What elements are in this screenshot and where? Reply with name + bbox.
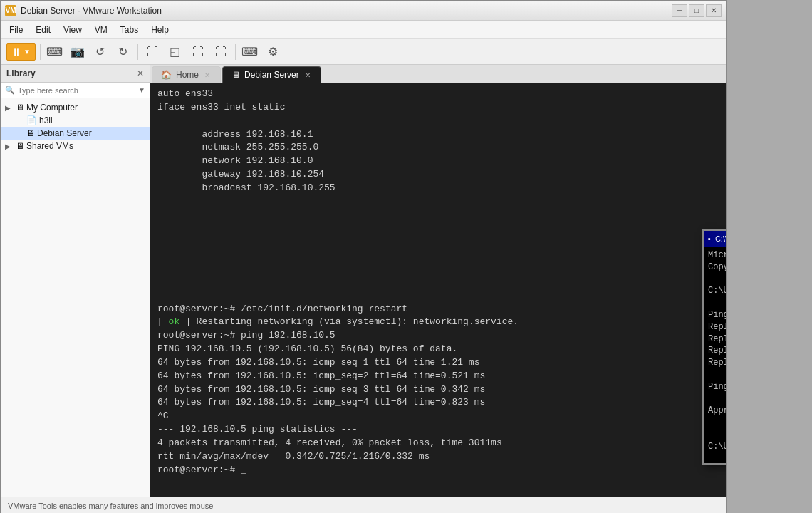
debian-server-icon: 🖥 — [26, 128, 35, 138]
tree-label-mycomputer: My Computer — [26, 103, 78, 113]
sidebar-header: Library ✕ — [1, 65, 150, 83]
fullscreen-button[interactable]: ⛶ — [142, 42, 162, 62]
vmware-window: VM Debian Server - VMware Workstation ─ … — [0, 0, 727, 513]
h3ll-icon: 📄 — [26, 115, 37, 125]
search-icon: 🔍 — [5, 86, 15, 95]
pause-button[interactable]: ⏸ ▼ — [6, 43, 36, 61]
menu-help[interactable]: Help — [145, 24, 175, 36]
home-tab-icon: 🏠 — [161, 70, 172, 80]
tab-debian-close-icon[interactable]: ✕ — [303, 71, 312, 79]
status-text: VMware Tools enables many features and i… — [8, 502, 213, 510]
console-button[interactable]: ⌨ — [240, 42, 260, 62]
cmd-output: Microsoft Windows [Version 6.1.7601] Cop… — [708, 249, 726, 453]
toolbar-sep-3 — [235, 44, 236, 60]
settings-button[interactable]: ⚙ — [263, 42, 283, 62]
terminal-output: auto ens33 iface ens33 inet static addre… — [150, 83, 726, 481]
window-title: Debian Server - VMware Workstation — [21, 6, 672, 16]
toolbar-sep-2 — [137, 44, 138, 60]
unity-button[interactable]: ◱ — [165, 42, 185, 62]
tree-item-shared-vms[interactable]: ▶ 🖥 Shared VMs — [1, 140, 150, 152]
expand-sharedvms-icon: ▶ — [5, 142, 14, 150]
tab-home[interactable]: 🏠 Home ✕ — [152, 66, 221, 83]
cmd-icon: ▪ — [708, 234, 711, 243]
minimize-button[interactable]: ─ — [672, 4, 687, 17]
mycomputer-icon: 🖥 — [16, 103, 24, 113]
tab-debian-label: Debian Server — [244, 70, 299, 80]
view-btn-1[interactable]: ⛶ — [188, 42, 208, 62]
app-icon: VM — [5, 5, 16, 16]
sidebar-search-bar: 🔍 ▼ — [1, 83, 150, 98]
tab-debian-server[interactable]: 🖥 Debian Server ✕ — [222, 66, 321, 83]
toolbar: ⏸ ▼ ⌨ 📷 ↺ ↻ ⛶ ◱ ⛶ ⛶ ⌨ ⚙ — [1, 39, 726, 65]
content-area: Library ✕ 🔍 ▼ ▶ 🖥 My Computer — [1, 65, 726, 497]
tree-label-h3ll: h3ll — [39, 115, 53, 125]
view-btn-2[interactable]: ⛶ — [211, 42, 231, 62]
menu-bar: File Edit View VM Tabs Help — [1, 21, 726, 39]
cmd-window[interactable]: ▪ C:\Windows\system32\cmd.exe _ □ ✕ Micr… — [702, 229, 726, 465]
tab-home-close-icon[interactable]: ✕ — [203, 71, 212, 79]
snapshot-button[interactable]: 📷 — [68, 42, 88, 62]
toolbar-sep-1 — [40, 44, 41, 60]
tree-view: ▶ 🖥 My Computer 📄 h3ll 🖥 Debian Serve — [1, 98, 150, 497]
close-button[interactable]: ✕ — [706, 4, 722, 17]
terminal-container[interactable]: auto ens33 iface ens33 inet static addre… — [150, 83, 726, 497]
suspend-button[interactable]: ↻ — [113, 42, 133, 62]
debian-tab-icon: 🖥 — [231, 70, 240, 80]
menu-view[interactable]: View — [58, 24, 88, 36]
shared-vms-icon: 🖥 — [16, 141, 24, 151]
send-ctrl-alt-del-button[interactable]: ⌨ — [45, 42, 65, 62]
status-bar: VMware Tools enables many features and i… — [1, 497, 726, 513]
tab-bar: 🏠 Home ✕ 🖥 Debian Server ✕ — [150, 65, 726, 83]
tab-home-label: Home — [176, 70, 199, 80]
maximize-button[interactable]: □ — [689, 4, 704, 17]
menu-tabs[interactable]: Tabs — [115, 24, 144, 36]
search-input[interactable] — [18, 86, 135, 95]
revert-button[interactable]: ↺ — [90, 42, 110, 62]
cmd-title-bar: ▪ C:\Windows\system32\cmd.exe _ □ ✕ — [704, 231, 726, 247]
menu-edit[interactable]: Edit — [30, 24, 56, 36]
search-dropdown-icon[interactable]: ▼ — [138, 86, 145, 94]
tree-label-shared-vms: Shared VMs — [26, 141, 73, 151]
tree-label-debian-server: Debian Server — [37, 128, 92, 138]
tree-item-debian-server[interactable]: 🖥 Debian Server — [1, 127, 150, 140]
menu-file[interactable]: File — [4, 24, 28, 36]
expand-mycomputer-icon: ▶ — [5, 104, 14, 112]
cmd-content: Microsoft Windows [Version 6.1.7601] Cop… — [704, 247, 726, 463]
title-bar: VM Debian Server - VMware Workstation ─ … — [1, 1, 726, 21]
sidebar: Library ✕ 🔍 ▼ ▶ 🖥 My Computer — [1, 65, 150, 497]
window-controls: ─ □ ✕ — [672, 4, 722, 17]
tree-item-h3ll[interactable]: 📄 h3ll — [1, 114, 150, 127]
main-area: 🏠 Home ✕ 🖥 Debian Server ✕ auto ens33 if… — [150, 65, 726, 497]
cmd-title-text: C:\Windows\system32\cmd.exe — [715, 234, 726, 243]
sidebar-close-button[interactable]: ✕ — [137, 68, 144, 78]
menu-vm[interactable]: VM — [89, 24, 113, 36]
sidebar-title: Library — [6, 68, 36, 78]
tree-item-mycomputer[interactable]: ▶ 🖥 My Computer — [1, 101, 150, 114]
